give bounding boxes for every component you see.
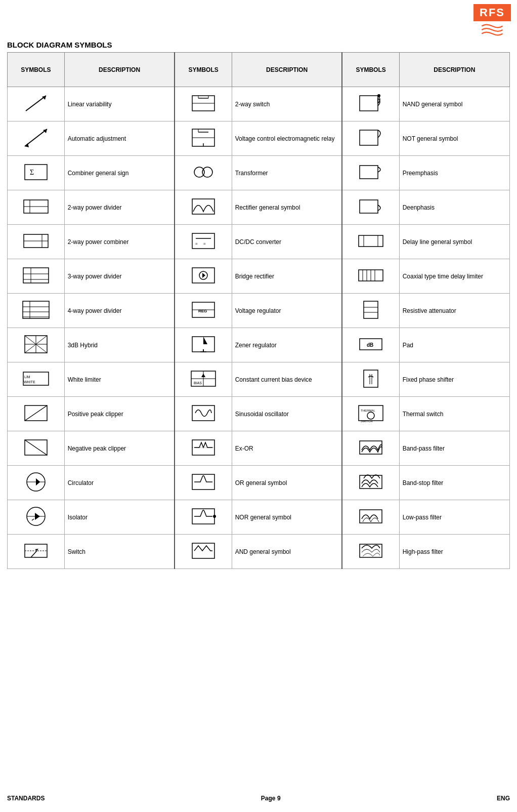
svg-point-9 [377,94,380,97]
row-6-col3-symbol [342,294,399,328]
header: RFS [0,0,517,35]
footer-center: Page 9 [261,795,281,802]
col3-sym-header: SYMBOLS [342,53,399,87]
svg-text:SWITCH: SWITCH [361,420,373,423]
svg-point-105 [213,515,216,518]
row-8-col2-desc: Constant current bias device [232,362,342,397]
svg-rect-51 [23,301,49,318]
row-0-col3-desc: NAND general symbol [399,87,509,121]
svg-rect-81 [364,370,378,387]
page-title: BLOCK DIAGRAM SYMBOLS [0,37,517,52]
col1-desc-header: DESCRIPTION [64,53,175,87]
col3-desc-header: DESCRIPTION [399,53,509,87]
svg-rect-59 [364,301,378,318]
row-4-col1-symbol [8,225,65,259]
row-8-col2-symbol: BIAS [175,362,232,397]
svg-text:THERMAL: THERMAL [361,409,375,412]
table-row: Circulator OR general symbol Band-stop f… [8,466,510,500]
row-3-col3-desc: Deenphasis [399,190,509,225]
symbols-table: SYMBOLS DESCRIPTION SYMBOLS DESCRIPTION … [7,52,510,569]
row-13-col3-symbol [342,535,399,569]
table-row: Positive peak clipper Sinusoidal oscilla… [8,397,510,431]
row-9-col3-symbol: THERMAL SWITCH [342,397,399,431]
col2-sym-header: SYMBOLS [175,53,232,87]
row-5-col3-symbol [342,259,399,294]
row-10-col2-symbol [175,431,232,466]
svg-rect-19 [25,165,47,180]
table-row: 3dB Hybrid Zener regulator dBPad [8,328,510,362]
svg-rect-23 [360,166,378,179]
row-2-col2-desc: Transformer [232,156,342,190]
row-7-col2-symbol [175,328,232,362]
svg-line-103 [32,519,34,520]
row-7-col3-symbol: dB [342,328,399,362]
svg-text:=: = [203,241,206,246]
row-9-col3-desc: Thermal switch [399,397,509,431]
row-4-col3-desc: Delay line general symbol [399,225,509,259]
row-13-col2-symbol [175,535,232,569]
svg-rect-32 [192,233,214,249]
row-8-col1-desc: White limiter [64,362,175,397]
row-6-col3-desc: Resistive attenuator [399,294,509,328]
row-5-col2-symbol [175,259,232,294]
row-3-col3-symbol [342,190,399,225]
row-11-col2-desc: OR general symbol [232,466,342,500]
row-2-col1-desc: Combiner general sign [64,156,175,190]
row-10-col2-desc: Ex-OR [232,431,342,466]
row-10-col3-symbol [342,431,399,466]
row-1-col2-symbol [175,121,232,156]
row-8-col1-symbol: LIM WHITE [8,362,65,397]
logo-rfs-text: RFS [473,4,511,21]
svg-text:WHITE: WHITE [24,380,35,384]
row-11-col2-symbol [175,466,232,500]
row-12-col2-symbol [175,500,232,535]
table-row: Linear variability 2-way switch NAND gen… [8,87,510,121]
svg-marker-45 [202,273,205,278]
svg-rect-36 [359,235,383,247]
footer: STANDARDS Page 9 ENG [7,795,510,802]
svg-rect-85 [359,405,383,421]
row-3-col1-desc: 2-way power divider [64,190,175,225]
footer-left: STANDARDS [7,795,45,802]
row-9-col2-symbol [175,397,232,431]
row-1-col3-symbol [342,121,399,156]
row-0-col2-symbol [175,87,232,121]
row-5-col1-desc: 3-way power divider [64,259,175,294]
svg-text:dB: dB [367,342,373,348]
svg-rect-18 [360,130,378,145]
svg-line-109 [31,551,37,557]
row-11-col3-symbol [342,466,399,500]
svg-marker-110 [35,549,38,551]
row-2-col3-symbol [342,156,399,190]
row-6-col1-desc: 4-way power divider [64,294,175,328]
table-row: LIM WHITEWhite limiter BIASConstant curr… [8,362,510,397]
svg-point-22 [202,167,212,177]
row-6-col2-symbol: REG [175,294,232,328]
table-row: Automatic adjustment Voltage control ele… [8,121,510,156]
row-9-col1-symbol [8,397,65,431]
svg-rect-39 [23,268,49,283]
svg-line-90 [25,440,47,455]
row-0-col2-desc: 2-way switch [232,87,342,121]
row-10-col3-desc: Band-pass filter [399,431,509,466]
row-11-col3-desc: Band-stop filter [399,466,509,500]
table-row: ΣCombiner general sign Transformer Preem… [8,156,510,190]
row-12-col3-symbol [342,500,399,535]
svg-text:LIM: LIM [24,375,30,379]
svg-text:BIAS: BIAS [194,381,202,385]
row-1-col3-desc: NOT general symbol [399,121,509,156]
row-5-col3-desc: Coaxial type time delay limiter [399,259,509,294]
row-3-col1-symbol [8,190,65,225]
svg-marker-97 [36,478,40,485]
row-5-col2-desc: Bridge rectifier [232,259,342,294]
row-12-col1-symbol [8,500,65,535]
logo: RFS [473,4,511,39]
row-3-col2-symbol [175,190,232,225]
row-12-col1-desc: Isolator [64,500,175,535]
row-7-col3-desc: Pad [399,328,509,362]
row-6-col2-desc: Voltage regulator [232,294,342,328]
table-row: Negative peak clipper Ex-OR Band-pass fi… [8,431,510,466]
svg-text:=: = [195,241,198,246]
row-13-col2-desc: AND general symbol [232,535,342,569]
svg-point-21 [194,167,204,177]
